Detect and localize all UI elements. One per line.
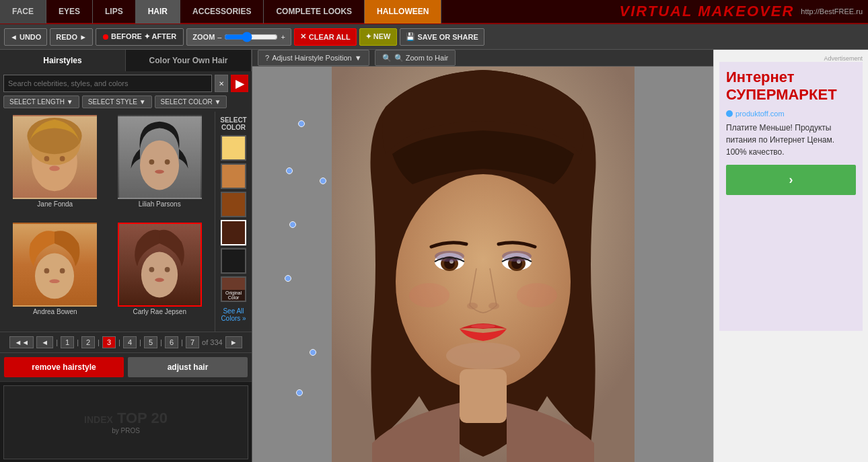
nav-tab-halloween[interactable]: HALLOWEEN	[365, 0, 441, 24]
clear-all-button[interactable]: ✕ CLEAR ALL	[294, 28, 357, 46]
ad-cta-button[interactable]: ›	[726, 165, 856, 195]
main-toolbar: ◄ UNDO REDO ► BEFORE ✦ AFTER ZOOM – + ✕ …	[0, 24, 868, 50]
style-name: Andrea Bowen	[33, 307, 77, 317]
style-name: Liliah Parsons	[139, 199, 181, 209]
svg-point-7	[140, 141, 179, 190]
svg-point-3	[44, 156, 50, 161]
filter-length-button[interactable]: SELECT LENGTH ▼	[3, 95, 79, 108]
color-swatch-original[interactable]: Original Color	[221, 276, 246, 302]
filter-row: SELECT LENGTH ▼ SELECT STYLE ▼ SELECT CO…	[0, 95, 252, 112]
color-sidebar: SELECT COLOR Original Color See All Colo…	[215, 112, 252, 332]
top20-label: TOP 20	[117, 410, 168, 427]
adjust-hair-button[interactable]: adjust hair	[128, 357, 248, 377]
page-4-button[interactable]: 4	[123, 336, 137, 348]
adjust-position-control[interactable]: ? Adjust Hairstyle Position ▼	[258, 50, 369, 66]
style-image-carly-rae-jepsen[interactable]	[118, 223, 202, 307]
nav-tab-complete-looks[interactable]: COMPLETE LOOKS	[264, 0, 365, 24]
page-7-button[interactable]: 7	[186, 336, 199, 348]
svg-point-35	[409, 283, 449, 307]
style-image-andrea-bowen[interactable]	[13, 223, 97, 307]
style-image-jane-fonda[interactable]	[13, 115, 97, 199]
save-button[interactable]: 💾 SAVE OR SHARE	[400, 28, 484, 46]
list-item[interactable]: Carly Rae Jepsen	[108, 223, 212, 329]
ad-url[interactable]: produktoff.com	[726, 110, 856, 118]
style-image-liliah-parsons[interactable]	[118, 115, 202, 199]
face-canvas-svg	[332, 67, 635, 462]
page-next-button[interactable]: ►	[225, 336, 242, 348]
svg-point-32	[467, 303, 478, 309]
svg-point-12	[44, 268, 50, 273]
nav-tab-accessories[interactable]: ACCESSORIES	[180, 0, 264, 24]
ad-body: Платите Меньше! Продукты питания по Инте…	[726, 122, 856, 158]
circle-icon	[726, 110, 733, 117]
zoom-plus[interactable]: +	[281, 33, 285, 41]
nav-tab-lips[interactable]: LIPS	[93, 0, 136, 24]
canvas-area	[252, 67, 713, 462]
by-pros-label: by PROS	[112, 427, 140, 434]
grid-items: Jane Fonda	[0, 112, 215, 332]
canvas-toolbar: ? Adjust Hairstyle Position ▼ 🔍 🔍 Zoom t…	[252, 50, 713, 67]
search-clear-button[interactable]: ✕	[215, 75, 228, 92]
tab-hairstyles[interactable]: Hairstyles	[0, 50, 126, 71]
see-all-colors-link[interactable]: See All Colors »	[218, 305, 249, 325]
page-6-button[interactable]: 6	[165, 336, 178, 348]
new-button[interactable]: ✦ NEW	[359, 28, 397, 46]
ad-content: Интернет СУПЕРМАРКЕТ produktoff.com Плат…	[719, 62, 863, 331]
list-item[interactable]: Andrea Bowen	[3, 223, 107, 329]
filter-color-button[interactable]: SELECT COLOR ▼	[155, 95, 227, 108]
list-item[interactable]: Liliah Parsons	[108, 115, 212, 221]
zoom-slider[interactable]	[224, 32, 278, 42]
adj-dot[interactable]	[296, 389, 303, 396]
andrea-bowen-illustration	[14, 223, 96, 307]
zoom-minus[interactable]: –	[217, 33, 221, 41]
filter-style-button[interactable]: SELECT STYLE ▼	[82, 95, 152, 108]
adj-dot[interactable]	[320, 178, 326, 184]
redo-button[interactable]: REDO ►	[50, 28, 93, 46]
undo-button[interactable]: ◄ UNDO	[4, 28, 47, 46]
page-2-button[interactable]: 2	[81, 336, 95, 348]
svg-point-8	[149, 159, 154, 165]
dropdown-arrow-icon: ▼	[355, 54, 362, 62]
adj-dot[interactable]	[310, 349, 316, 356]
page-5-button[interactable]: 5	[144, 336, 157, 348]
page-prev-button[interactable]: ◄	[36, 336, 53, 348]
page-sep-1: |	[77, 338, 79, 346]
adj-dot[interactable]	[286, 167, 293, 174]
svg-point-5	[50, 166, 60, 171]
page-first-button[interactable]: ◄◄	[9, 336, 34, 348]
ad-title: Интернет СУПЕРМАРКЕТ	[726, 69, 856, 104]
nav-tab-face[interactable]: FACE	[0, 0, 46, 24]
page-3-button[interactable]: 3	[102, 336, 116, 348]
adj-dot[interactable]	[289, 221, 296, 228]
search-input[interactable]	[3, 75, 212, 92]
svg-point-11	[35, 253, 74, 299]
page-1-button[interactable]: 1	[61, 336, 74, 348]
color-swatch-black[interactable]	[221, 248, 246, 274]
svg-point-13	[60, 268, 65, 273]
list-item[interactable]: Jane Fonda	[3, 115, 107, 221]
tab-color-your-own[interactable]: Color Your Own Hair	[126, 50, 252, 71]
left-panel: Hairstyles Color Your Own Hair ✕ ▶ SELEC…	[0, 50, 252, 462]
nav-tab-hair[interactable]: HAIR	[136, 0, 180, 24]
color-swatch-auburn[interactable]	[221, 163, 246, 189]
dot-icon	[103, 34, 108, 40]
zoom-to-hair-button[interactable]: 🔍 🔍 Zoom to Hair	[375, 50, 456, 66]
color-swatch-brown[interactable]	[221, 192, 246, 217]
adj-dot[interactable]	[285, 275, 291, 282]
before-after-button[interactable]: BEFORE ✦ AFTER	[96, 28, 184, 46]
search-go-button[interactable]: ▶	[231, 75, 248, 92]
index-label: INDEX	[84, 414, 113, 425]
color-swatch-dark-brown[interactable]	[221, 220, 246, 245]
color-swatch-blonde[interactable]	[221, 135, 246, 161]
index-logo-area: INDEX TOP 20	[84, 410, 168, 427]
remove-hairstyle-button[interactable]: remove hairstyle	[4, 357, 124, 377]
magnifier-icon: 🔍	[382, 54, 392, 63]
zoom-label: ZOOM	[192, 33, 215, 41]
index-ad: INDEX TOP 20 by PROS	[3, 385, 248, 459]
adj-dot[interactable]	[298, 120, 305, 127]
svg-point-36	[517, 283, 557, 307]
liliah-parsons-illustration	[119, 115, 201, 199]
nav-tab-eyes[interactable]: EYES	[46, 0, 93, 24]
save-icon: 💾	[406, 32, 415, 41]
page-sep-3: |	[118, 338, 120, 346]
